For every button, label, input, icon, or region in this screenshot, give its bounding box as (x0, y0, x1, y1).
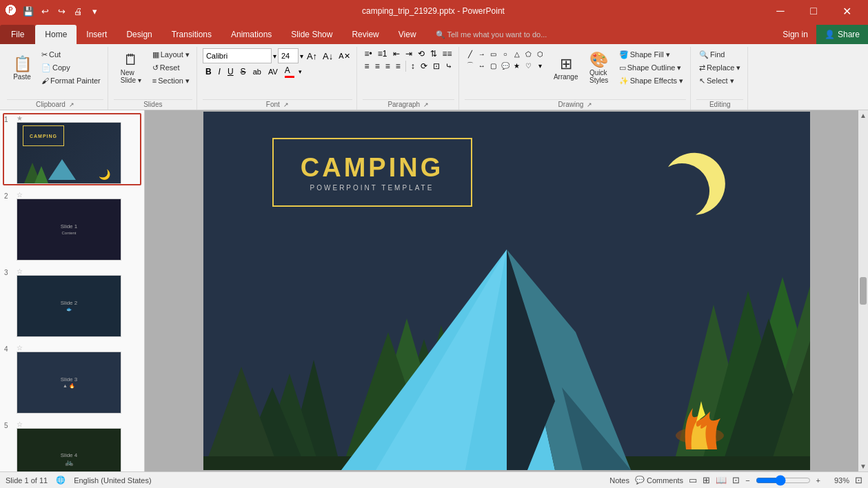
text-direction-btn[interactable]: ⟳ (418, 61, 430, 72)
zoom-level[interactable]: 93% (826, 476, 849, 485)
shape-outline-button[interactable]: ▭ Shape Outline ▾ (616, 61, 686, 74)
section-button[interactable]: ≡ Section ▾ (150, 74, 192, 87)
cut-button[interactable]: ✂ Cut (39, 48, 103, 61)
clear-format-btn[interactable]: A✕ (336, 51, 352, 61)
tab-slideshow[interactable]: Slide Show (281, 25, 342, 44)
undo-qat-btn[interactable]: ↩ (37, 3, 52, 19)
layout-button[interactable]: ▦ Layout ▾ (150, 48, 192, 61)
direction-btn[interactable]: ⇅ (428, 48, 439, 59)
italic-button[interactable]: I (216, 66, 223, 77)
shape-effects-button[interactable]: ✨ Shape Effects ▾ (616, 74, 686, 87)
tab-insert[interactable]: Insert (77, 25, 117, 44)
slide-title-box[interactable]: CAMPING POWERPOINT TEMPLATE (272, 138, 472, 207)
rounded-rect-btn[interactable]: ▢ (488, 60, 499, 71)
font-expand-icon[interactable]: ↗ (283, 101, 289, 108)
tab-review[interactable]: Review (342, 25, 388, 44)
canvas-area[interactable]: ▲ ▼ (145, 110, 868, 471)
font-size-dropdown-icon[interactable]: ▾ (300, 52, 303, 60)
reset-button[interactable]: ↺ Reset (150, 61, 192, 74)
find-button[interactable]: 🔍 Find (696, 48, 743, 61)
decrease-indent-btn[interactable]: ⇤ (391, 48, 402, 59)
slide-thumb-4[interactable]: 4 ☆ Slide 3▲ 🔥 (3, 343, 141, 415)
save-qat-btn[interactable]: 💾 (21, 3, 36, 19)
notes-button[interactable]: Notes (609, 476, 629, 485)
numbering-button[interactable]: ≡1 (376, 48, 390, 59)
font-name-input[interactable] (203, 48, 272, 63)
scroll-thumb[interactable] (860, 277, 867, 305)
sign-in-button[interactable]: Sign in (774, 25, 816, 44)
normal-view-btn[interactable]: ▭ (689, 475, 697, 485)
smart-art-btn[interactable]: ⟲ (416, 48, 427, 59)
format-painter-button[interactable]: 🖌 Format Painter (39, 74, 103, 87)
pentagon-shape-btn[interactable]: ⬠ (523, 48, 534, 59)
bold-button[interactable]: B (203, 66, 214, 77)
align-center-btn[interactable]: ≡ (373, 61, 382, 72)
shadow-button[interactable]: ab (250, 67, 264, 77)
outline-view-btn[interactable]: ⊞ (703, 475, 710, 485)
char-spacing-button[interactable]: AV (265, 67, 281, 77)
tab-animations[interactable]: Animations (221, 25, 281, 44)
vertical-scrollbar[interactable]: ▲ ▼ (858, 110, 868, 471)
arrow-shape-btn[interactable]: → (476, 48, 487, 59)
curved-line-btn[interactable]: ⌒ (465, 60, 476, 71)
fit-slide-btn[interactable]: ⊡ (855, 475, 862, 485)
tab-transitions[interactable]: Transitions (162, 25, 221, 44)
slide-thumb-5[interactable]: 5 ☆ Slide 4🚲 (3, 419, 141, 471)
align-left-btn[interactable]: ≡ (363, 61, 372, 72)
zoom-slider[interactable] (756, 475, 811, 486)
hexagon-shape-btn[interactable]: ⬡ (535, 48, 546, 59)
slide-thumb-1[interactable]: 1 ★ CAMPING 🌙 (3, 113, 141, 185)
slide-thumb-3[interactable]: 3 ☆ Slide 2🐟 (3, 266, 141, 338)
zoom-in-btn[interactable]: + (816, 476, 820, 485)
para-expand-icon[interactable]: ↗ (423, 101, 429, 108)
slide-canvas[interactable]: CAMPING POWERPOINT TEMPLATE (203, 112, 810, 470)
quick-styles-button[interactable]: 🎨 QuickStyles (583, 48, 615, 88)
justify-btn[interactable]: ≡ (394, 61, 403, 72)
new-slide-button[interactable]: 🗒 NewSlide ▾ (114, 48, 148, 88)
redo-qat-btn[interactable]: ↪ (54, 3, 69, 19)
font-color-dropdown-icon[interactable]: ▾ (299, 68, 302, 75)
paste-button[interactable]: 📋 Paste (7, 48, 37, 88)
arrange-button[interactable]: ⊞ Arrange (550, 48, 582, 88)
circle-shape-btn[interactable]: ○ (500, 48, 511, 59)
triangle-shape-btn[interactable]: △ (512, 48, 523, 59)
rect-shape-btn[interactable]: ▭ (488, 48, 499, 59)
copy-button[interactable]: 📄 Copy (39, 61, 103, 74)
increase-indent-btn[interactable]: ⇥ (403, 48, 414, 59)
decrease-font-btn[interactable]: A↓ (321, 50, 335, 62)
columns-btn[interactable]: ≡≡ (441, 48, 454, 59)
font-size-input[interactable] (278, 48, 299, 63)
font-color-btn[interactable]: A (282, 65, 297, 79)
tab-help[interactable]: 🔍 Tell me what you want to do... (426, 25, 557, 44)
shape-fill-button[interactable]: 🪣 Shape Fill ▾ (616, 48, 686, 61)
heart-btn[interactable]: ♡ (523, 60, 534, 71)
reading-view-btn[interactable]: 📖 (716, 475, 727, 485)
maximize-btn[interactable]: □ (798, 0, 829, 22)
tab-design[interactable]: Design (117, 25, 161, 44)
star-shape-btn[interactable]: ★ (512, 60, 523, 71)
replace-button[interactable]: ⇄ Replace ▾ (696, 61, 743, 74)
double-arrow-btn[interactable]: ↔ (476, 60, 487, 71)
minimize-btn[interactable]: ─ (765, 0, 796, 22)
zoom-out-btn[interactable]: − (745, 476, 749, 485)
increase-font-btn[interactable]: A↑ (305, 50, 319, 62)
tab-file[interactable]: File (0, 25, 35, 44)
more-shapes-btn[interactable]: ▾ (535, 60, 546, 71)
print-qat-btn[interactable]: 🖨 (70, 3, 85, 19)
line-shape-btn[interactable]: ╱ (465, 48, 476, 59)
scroll-up-btn[interactable]: ▲ (860, 112, 867, 119)
convert-smartart-btn[interactable]: ⤷ (443, 61, 454, 72)
callout-btn[interactable]: 💬 (500, 60, 511, 71)
slide-thumb-2[interactable]: 2 ☆ Slide 1Content (3, 190, 141, 262)
bullets-button[interactable]: ≡• (363, 48, 374, 59)
scroll-down-btn[interactable]: ▼ (860, 462, 867, 470)
line-spacing-btn[interactable]: ↕ (409, 61, 417, 72)
drawing-expand-icon[interactable]: ↗ (587, 101, 592, 108)
comments-button[interactable]: 💬 Comments (635, 476, 683, 485)
select-button[interactable]: ↖ Select ▾ (696, 74, 743, 87)
share-button[interactable]: 👤 Share (816, 25, 868, 44)
align-text-btn[interactable]: ⊡ (431, 61, 442, 72)
settings-qat-btn[interactable]: ▾ (87, 3, 102, 19)
close-btn[interactable]: ✕ (831, 0, 862, 22)
strikethrough-button[interactable]: S (238, 66, 249, 77)
